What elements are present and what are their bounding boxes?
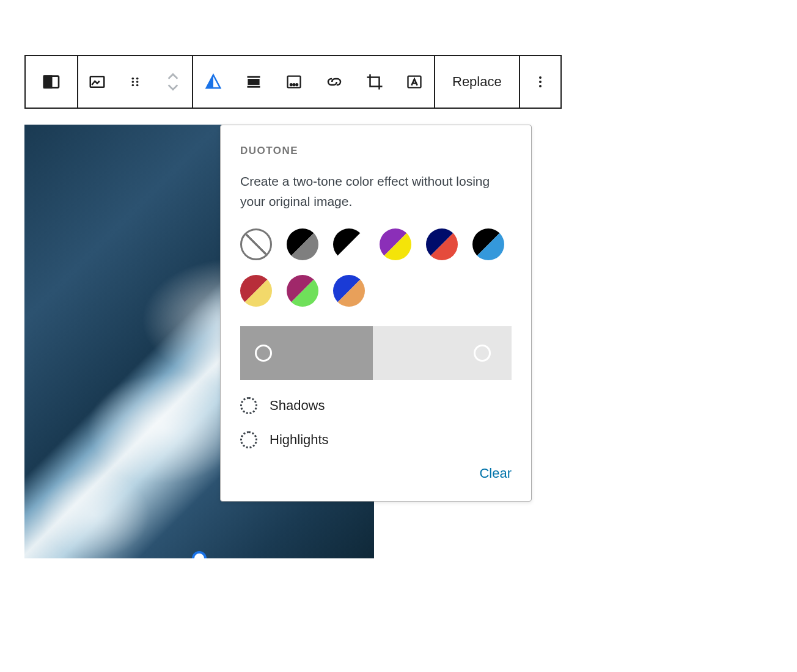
replace-button[interactable]: Replace (435, 56, 520, 108)
crop-button[interactable] (354, 56, 395, 108)
image-icon (88, 73, 106, 91)
svg-point-7 (136, 81, 139, 83)
svg-point-5 (136, 78, 139, 80)
duotone-swatch-5[interactable] (472, 228, 504, 260)
color-wells (240, 326, 512, 380)
duotone-swatch-4[interactable] (426, 228, 458, 260)
clear-button[interactable]: Clear (479, 466, 512, 481)
svg-point-21 (539, 76, 542, 79)
popover-title: DUOTONE (240, 145, 512, 157)
duotone-swatch-7[interactable] (287, 275, 318, 307)
duotone-swatch-3[interactable] (380, 228, 411, 260)
block-toolbar: Replace (24, 55, 636, 109)
panel-toggle-button[interactable] (26, 56, 77, 108)
duotone-swatch-0[interactable] (240, 228, 272, 260)
well-circle-icon (474, 345, 491, 362)
duotone-icon (204, 73, 222, 91)
panel-icon (42, 72, 61, 92)
text-overlay-button[interactable] (395, 56, 435, 108)
swatch-list (240, 228, 512, 307)
svg-rect-3 (90, 76, 105, 87)
duotone-popover: DUOTONE Create a two-tone color effect w… (220, 125, 532, 502)
crop-icon (365, 73, 384, 91)
svg-point-18 (296, 84, 298, 86)
link-button[interactable] (314, 56, 354, 108)
chevron-updown-icon (166, 73, 180, 91)
link-icon (325, 73, 343, 91)
dotted-circle-icon (240, 431, 257, 448)
svg-point-6 (132, 81, 134, 83)
align-button[interactable] (233, 56, 274, 108)
caption-button[interactable] (274, 56, 314, 108)
svg-point-22 (539, 81, 542, 83)
image-block-button[interactable] (78, 56, 116, 108)
popover-description: Create a two-tone color effect without l… (240, 172, 512, 211)
more-vertical-icon (533, 75, 548, 89)
svg-point-23 (539, 85, 542, 87)
more-options-button[interactable] (520, 56, 560, 108)
text-overlay-icon (406, 73, 423, 90)
svg-rect-13 (249, 80, 259, 84)
drag-icon (128, 75, 142, 89)
duotone-swatch-6[interactable] (240, 275, 272, 307)
svg-rect-2 (44, 76, 51, 88)
duotone-button[interactable] (193, 56, 233, 108)
highlights-label: Highlights (270, 432, 329, 448)
highlights-picker[interactable]: Highlights (240, 431, 512, 448)
duotone-swatch-1[interactable] (287, 228, 318, 260)
caption-icon (285, 73, 303, 90)
well-circle-icon (255, 345, 272, 362)
svg-point-17 (293, 84, 295, 86)
svg-point-4 (132, 78, 134, 80)
duotone-swatch-2[interactable] (333, 228, 365, 260)
shadows-well[interactable] (240, 326, 373, 380)
svg-point-9 (136, 84, 139, 87)
svg-point-16 (290, 84, 292, 86)
dotted-circle-icon (240, 397, 257, 414)
drag-handle[interactable] (116, 56, 154, 108)
move-arrows[interactable] (154, 56, 192, 108)
shadows-label: Shadows (270, 398, 325, 414)
shadows-picker[interactable]: Shadows (240, 397, 512, 414)
svg-point-8 (132, 84, 134, 87)
highlights-well[interactable] (373, 326, 512, 380)
align-icon (245, 73, 262, 90)
duotone-swatch-8[interactable] (333, 275, 365, 307)
